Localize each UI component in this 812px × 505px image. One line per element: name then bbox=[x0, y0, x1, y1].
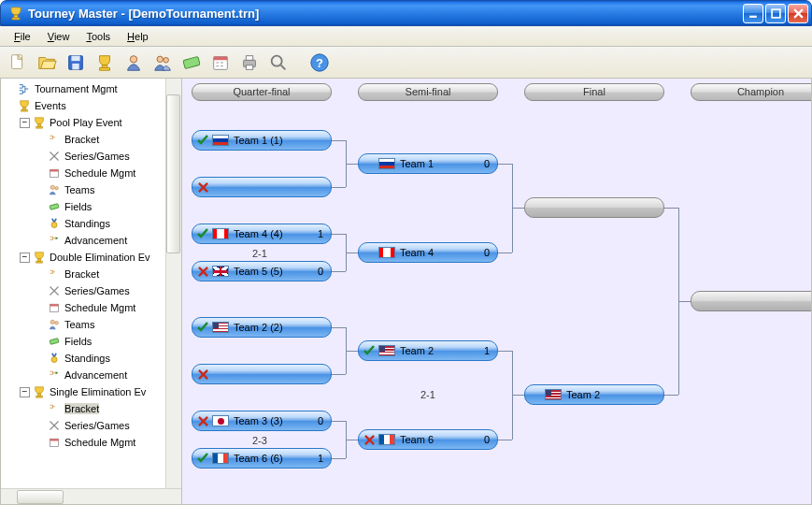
svg-point-7 bbox=[157, 56, 163, 62]
round-header-final: Final bbox=[524, 83, 664, 101]
qf2-bottom[interactable]: Team 5 (5)0 bbox=[192, 261, 332, 281]
close-button[interactable] bbox=[788, 4, 808, 23]
svg-rect-0 bbox=[749, 15, 757, 17]
help-button[interactable]: ? bbox=[306, 50, 333, 76]
window-title: Tourney Master - [DemoTournament.trn] bbox=[28, 7, 743, 21]
tree-pool-series[interactable]: Series/Games bbox=[3, 148, 181, 165]
svg-rect-19 bbox=[50, 169, 59, 171]
medal-icon bbox=[47, 351, 62, 366]
toolbar: ? bbox=[0, 47, 812, 79]
open-button[interactable] bbox=[34, 50, 60, 76]
tree-pool-advancement[interactable]: Advancement bbox=[3, 232, 181, 249]
svg-point-8 bbox=[164, 57, 169, 63]
vertical-scrollbar[interactable] bbox=[165, 79, 181, 488]
connector bbox=[498, 164, 512, 165]
tree-double-standings[interactable]: Standings bbox=[3, 350, 181, 367]
check-icon bbox=[363, 344, 376, 357]
connector bbox=[664, 395, 678, 396]
connector bbox=[346, 440, 358, 440]
sf1-bottom[interactable]: Team 40 bbox=[358, 242, 498, 263]
maximize-button[interactable] bbox=[765, 4, 786, 23]
qf4-bottom[interactable]: Team 6 (6)1 bbox=[192, 448, 332, 469]
flag-fr-icon bbox=[378, 434, 395, 445]
tree-pool-fields[interactable]: Fields bbox=[3, 198, 181, 215]
cross-icon bbox=[196, 368, 209, 381]
flag-us-icon bbox=[545, 389, 562, 400]
svg-rect-2 bbox=[12, 54, 22, 68]
tree-single-schedule[interactable]: Schedule Mgmt bbox=[3, 434, 181, 451]
check-icon bbox=[196, 321, 209, 334]
menu-tools[interactable]: Tools bbox=[78, 28, 119, 45]
tree-pool-schedule[interactable]: Schedule Mgmt bbox=[3, 165, 181, 181]
tree-pool-event[interactable]: −Pool Play Event bbox=[3, 114, 181, 131]
cross-icon bbox=[196, 180, 209, 194]
sf1-top[interactable]: Team 10 bbox=[358, 153, 498, 174]
menu-file[interactable]: File bbox=[6, 28, 39, 45]
round-header-champ: Champion bbox=[691, 83, 811, 101]
tree-double-bracket[interactable]: Bracket bbox=[3, 266, 181, 282]
cross-icon bbox=[196, 265, 209, 278]
sf2-top[interactable]: Team 21 bbox=[358, 340, 498, 361]
calendar-button[interactable] bbox=[207, 50, 234, 76]
qf1-bottom[interactable] bbox=[192, 177, 332, 197]
bracket-icon bbox=[17, 81, 32, 96]
connector bbox=[346, 351, 358, 352]
svg-rect-11 bbox=[214, 56, 228, 60]
tree-pool-standings[interactable]: Standings bbox=[3, 215, 181, 232]
connector bbox=[332, 271, 346, 272]
sidebar: Tournament Mgmt Events −Pool Play Event … bbox=[1, 79, 182, 504]
users-button[interactable] bbox=[150, 50, 176, 76]
print-button[interactable] bbox=[236, 50, 263, 76]
titlebar: Tourney Master - [DemoTournament.trn] bbox=[0, 0, 812, 26]
menu-view[interactable]: View bbox=[39, 28, 78, 45]
qf4-top[interactable]: Team 3 (3)0 bbox=[192, 411, 332, 431]
trophy-icon bbox=[17, 98, 32, 113]
series-icon bbox=[47, 149, 62, 164]
svg-rect-9 bbox=[183, 56, 200, 68]
tree-double-fields[interactable]: Fields bbox=[3, 333, 181, 350]
qf2-top[interactable]: Team 4 (4)1 bbox=[192, 224, 332, 244]
new-button[interactable] bbox=[5, 50, 31, 76]
tree-single-bracket[interactable]: Bracket bbox=[3, 400, 181, 417]
tree-events[interactable]: Events bbox=[3, 97, 181, 114]
ticket-button[interactable] bbox=[178, 50, 205, 76]
trophy-button[interactable] bbox=[92, 50, 118, 76]
tree-double-teams[interactable]: Teams bbox=[3, 316, 181, 333]
round-header-qf: Quarter-final bbox=[192, 83, 332, 101]
flag-ca-icon bbox=[378, 247, 395, 258]
cross-icon bbox=[363, 433, 376, 446]
tree-double-event[interactable]: −Double Elimination Ev bbox=[3, 249, 181, 266]
save-button[interactable] bbox=[63, 50, 89, 76]
svg-point-6 bbox=[130, 55, 136, 62]
tree-root[interactable]: Tournament Mgmt bbox=[3, 80, 181, 97]
tree-double-advancement[interactable]: Advancement bbox=[3, 367, 181, 383]
svg-point-23 bbox=[51, 223, 57, 228]
connector bbox=[498, 351, 512, 352]
medal-icon bbox=[47, 216, 62, 231]
qf3-top[interactable]: Team 2 (2) bbox=[192, 317, 332, 338]
qf3-bottom[interactable] bbox=[192, 364, 332, 384]
champion-slot[interactable] bbox=[691, 291, 811, 311]
minimize-button[interactable] bbox=[743, 4, 763, 23]
tree-double-schedule[interactable]: Schedule Mgmt bbox=[3, 299, 181, 316]
tree-pool-teams[interactable]: Teams bbox=[3, 181, 181, 198]
sf2-bottom[interactable]: Team 60 bbox=[358, 429, 498, 450]
tree-single-event[interactable]: −Single Elimination Ev bbox=[3, 383, 181, 400]
tree-single-series[interactable]: Series/Games bbox=[3, 417, 181, 434]
final-bottom[interactable]: Team 2 bbox=[524, 384, 664, 405]
connector bbox=[512, 208, 524, 209]
horizontal-scrollbar[interactable] bbox=[1, 488, 181, 504]
tree-double-series[interactable]: Series/Games bbox=[3, 282, 181, 299]
qf1-top[interactable]: Team 1 (1) bbox=[192, 130, 332, 151]
trophy-icon bbox=[32, 250, 47, 265]
tree-pool-bracket[interactable]: Bracket bbox=[3, 131, 181, 148]
connector bbox=[346, 252, 358, 253]
nav-tree[interactable]: Tournament Mgmt Events −Pool Play Event … bbox=[1, 79, 181, 488]
user-button[interactable] bbox=[121, 50, 147, 76]
search-button[interactable] bbox=[265, 50, 292, 76]
check-icon bbox=[196, 134, 209, 147]
menu-help[interactable]: Help bbox=[119, 28, 157, 45]
trophy-icon bbox=[32, 384, 47, 399]
qf4-series-score: 2-3 bbox=[252, 435, 267, 446]
final-top[interactable] bbox=[524, 197, 664, 218]
